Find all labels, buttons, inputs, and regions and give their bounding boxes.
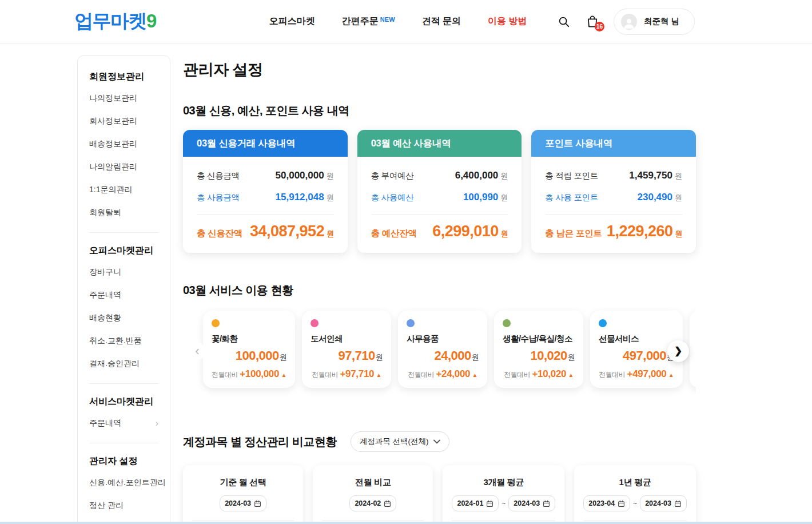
nav-item[interactable]: 오피스마켓 bbox=[269, 15, 315, 27]
usage-total-row: 총 남은 포인트1,229,260원 bbox=[545, 223, 682, 240]
sidebar-section: 오피스마켓관리장바구니주문내역배송현황취소.교환.반품결재.승인관리 bbox=[89, 245, 158, 375]
user-menu-button[interactable]: 최준혁 님 bbox=[614, 9, 695, 35]
service-section-title: 03월 서비스 이용 현황 bbox=[183, 283, 696, 298]
service-carousel: ‹ 꽃/화환100,000원전월대비 +100,000 ▲도서인쇄97,710원… bbox=[183, 303, 696, 399]
service-card[interactable]: 꽃/화환100,000원전월대비 +100,000 ▲ bbox=[203, 311, 295, 388]
date-picker[interactable]: 2023-04 bbox=[583, 495, 630, 511]
nav-item[interactable]: 이용 방법 bbox=[488, 15, 527, 27]
usage-row: 총 사용금액15,912,048원 bbox=[197, 186, 334, 208]
usage-total-label: 총 예산잔액 bbox=[371, 228, 417, 240]
triangle-up-icon: ▲ bbox=[281, 372, 286, 378]
usage-row: 총 부여예산6,400,000원 bbox=[371, 165, 508, 186]
sidebar-item-label: 결재.승인관리 bbox=[89, 359, 140, 369]
usage-total-label: 총 신용잔액 bbox=[197, 228, 242, 240]
sidebar-item[interactable]: 장바구니 bbox=[89, 261, 158, 284]
account-select-dropdown[interactable]: 계정과목 선택(전체) bbox=[351, 431, 450, 452]
sidebar-item[interactable]: 1:1문의관리 bbox=[89, 178, 158, 201]
sidebar-item-label: 장바구니 bbox=[89, 267, 121, 277]
usage-row-value: 1,459,750원 bbox=[629, 170, 682, 181]
nav-item[interactable]: 견적 문의 bbox=[422, 15, 461, 27]
usage-total-amount: 34,087,952 bbox=[250, 223, 324, 240]
date-picker[interactable]: 2024-03 bbox=[220, 495, 266, 511]
category-dot-icon bbox=[503, 319, 511, 327]
compare-card-title: 1년 평균 bbox=[583, 477, 687, 488]
usage-card-body: 총 신용금액50,000,000원총 사용금액15,912,048원총 신용잔액… bbox=[183, 157, 348, 253]
sidebar-item[interactable]: 회사정보관리 bbox=[89, 110, 158, 133]
usage-card-header: 포인트 사용내역 bbox=[531, 130, 696, 157]
date-picker[interactable]: 2024-01 bbox=[452, 495, 499, 511]
compare-card: 1년 평균2023-04~2024-03서비스 이용금액1,596,882원 bbox=[574, 465, 696, 524]
cart-button[interactable]: 16 bbox=[585, 14, 600, 29]
usage-total-value: 34,087,952원 bbox=[250, 223, 334, 240]
logo[interactable]: 업무마켓9 bbox=[74, 9, 156, 34]
service-card[interactable]: 식 bbox=[690, 311, 696, 388]
page-title: 관리자 설정 bbox=[183, 59, 696, 80]
service-name: 생활/수납/욕실/청소 bbox=[503, 334, 575, 344]
usage-row: 총 신용금액50,000,000원 bbox=[197, 165, 334, 186]
chevron-right-icon: ❯ bbox=[674, 345, 682, 357]
month-compare-value: +497,000 bbox=[627, 368, 667, 379]
calendar-icon bbox=[486, 500, 493, 507]
service-name: 도서인쇄 bbox=[311, 334, 383, 344]
sidebar-item[interactable]: 주문내역› bbox=[89, 412, 158, 435]
service-amount: 100,000원 bbox=[212, 348, 286, 363]
sidebar-item[interactable]: 주문내역 bbox=[89, 284, 158, 307]
service-card[interactable]: 생활/수납/욕실/청소10,020원전월대비 +10,020 ▲ bbox=[494, 311, 583, 388]
date-pickers: 2024-01~2024-03 bbox=[452, 495, 555, 511]
date-picker[interactable]: 2024-03 bbox=[640, 495, 687, 511]
sidebar-item[interactable]: 회원탈퇴 bbox=[89, 201, 158, 224]
search-button[interactable] bbox=[556, 14, 571, 29]
sidebar-item[interactable]: 나의알림관리 bbox=[89, 156, 158, 178]
carousel-prev-button[interactable]: ‹ bbox=[189, 343, 206, 360]
usage-row-amount: 100,990 bbox=[463, 192, 498, 203]
top-navigation-bar: 업무마켓9 오피스마켓간편주문NEW견적 문의이용 방법 16 bbox=[0, 0, 812, 43]
category-dot-icon bbox=[311, 319, 319, 327]
sidebar-item[interactable]: 신용.예산.포인트관리 bbox=[89, 471, 158, 494]
usage-row-amount: 6,400,000 bbox=[455, 170, 499, 181]
currency-unit: 원 bbox=[500, 172, 508, 180]
usage-row-value: 50,000,000원 bbox=[276, 170, 334, 181]
sidebar-item[interactable]: 결재.승인관리 bbox=[89, 352, 158, 375]
currency-unit: 원 bbox=[500, 193, 508, 202]
sidebar-item[interactable]: 취소.교환.반품 bbox=[89, 330, 158, 352]
nav-item[interactable]: 간편주문NEW bbox=[342, 15, 395, 27]
topbar-right: 16 최준혁 님 bbox=[556, 9, 695, 35]
date-picker[interactable]: 2024-02 bbox=[349, 495, 396, 511]
usage-card-divider bbox=[197, 215, 334, 215]
user-name: 최준혁 님 bbox=[644, 16, 679, 27]
compare-card-divider bbox=[583, 521, 687, 521]
carousel-next-button[interactable]: ❯ bbox=[667, 340, 689, 362]
compare-card-divider bbox=[452, 521, 555, 521]
sidebar-section: 관리자 설정신용.예산.포인트관리정산 관리회원 관리결재예산관리권한설정관리 bbox=[89, 455, 158, 524]
date-value: 2024-02 bbox=[355, 499, 381, 507]
usage-row-amount: 1,459,750 bbox=[629, 170, 672, 181]
usage-row-value: 230,490원 bbox=[638, 192, 682, 203]
date-picker[interactable]: 2024-03 bbox=[508, 495, 555, 511]
compare-card: 3개월 평균2024-01~2024-03서비스 이용금액880,167원 bbox=[443, 465, 564, 524]
sidebar-item-label: 회사정보관리 bbox=[89, 116, 137, 126]
month-compare-label: 전월대비 bbox=[599, 371, 625, 378]
usage-row: 총 적립 포인트1,459,750원 bbox=[545, 165, 682, 186]
usage-section-title: 03월 신용, 예산, 포인트 사용 내역 bbox=[183, 103, 696, 118]
sidebar-item[interactable]: 나의정보관리 bbox=[89, 87, 158, 110]
service-card[interactable]: 사무용품24,000원전월대비 +24,000 ▲ bbox=[398, 311, 487, 388]
service-amount: 10,020원 bbox=[503, 348, 575, 363]
search-icon bbox=[558, 15, 570, 28]
usage-total-row: 총 신용잔액34,087,952원 bbox=[197, 223, 334, 240]
service-card[interactable]: 도서인쇄97,710원전월대비 +97,710 ▲ bbox=[302, 311, 391, 388]
sidebar-item[interactable]: 정산 관리 bbox=[89, 494, 158, 517]
currency-unit: 원 bbox=[327, 229, 334, 238]
calendar-icon bbox=[618, 500, 625, 507]
sidebar-item[interactable]: 배송현황 bbox=[89, 307, 158, 330]
service-amount: 97,710원 bbox=[311, 348, 383, 363]
cart-count-badge: 16 bbox=[595, 22, 604, 31]
currency-unit: 원 bbox=[568, 353, 575, 362]
chevron-right-icon: › bbox=[156, 418, 158, 428]
usage-row-label: 총 적립 포인트 bbox=[545, 170, 598, 181]
usage-card-body: 총 부여예산6,400,000원총 사용예산100,990원총 예산잔액6,29… bbox=[357, 157, 522, 253]
date-pickers: 2023-04~2024-03 bbox=[583, 495, 687, 511]
sidebar-item[interactable]: 배송정보관리 bbox=[89, 133, 158, 156]
usage-total-value: 6,299,010원 bbox=[432, 223, 508, 240]
new-badge: NEW bbox=[380, 16, 395, 23]
usage-cards: 03월 신용거래 사용내역총 신용금액50,000,000원총 사용금액15,9… bbox=[183, 130, 696, 253]
